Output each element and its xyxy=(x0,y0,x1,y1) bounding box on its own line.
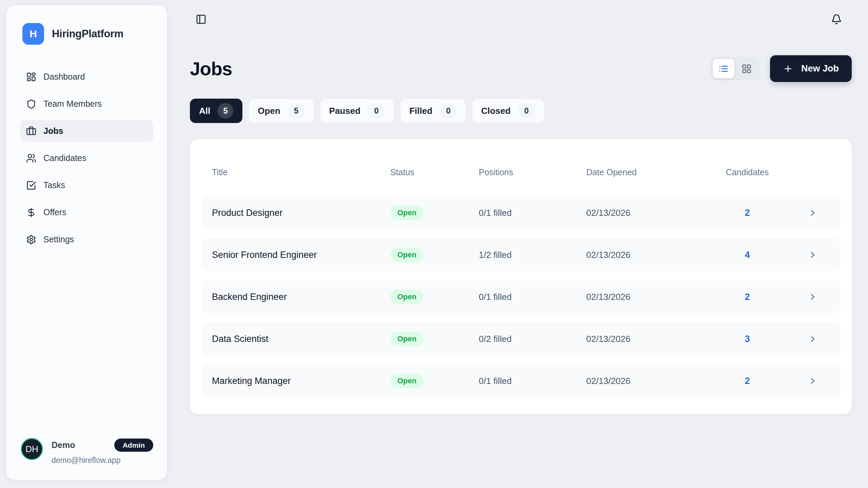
sidebar-item-label: Candidates xyxy=(43,153,86,163)
table-header-row: Title Status Positions Date Opened Candi… xyxy=(212,139,830,177)
sidebar-item-label: Dashboard xyxy=(43,72,85,82)
positions-cell: 0/1 filled xyxy=(479,376,586,386)
filter-tab-closed[interactable]: Closed 0 xyxy=(472,99,544,123)
brand: H HiringPlatform xyxy=(20,23,153,45)
main-area: Jobs New Job All 5 xyxy=(167,0,868,488)
sidebar-item-team-members[interactable]: Team Members xyxy=(20,93,153,115)
dollar-icon xyxy=(26,207,36,218)
chevron-right-icon xyxy=(808,334,817,344)
candidates-count[interactable]: 2 xyxy=(722,292,773,302)
column-header-status: Status xyxy=(390,167,479,177)
date-opened-cell: 02/13/2026 xyxy=(586,208,722,218)
row-open-control[interactable] xyxy=(773,292,830,302)
list-view-button[interactable] xyxy=(713,59,734,78)
candidates-count[interactable]: 4 xyxy=(722,250,773,260)
chevron-right-icon xyxy=(808,292,817,302)
table-body: Product Designer Open 0/1 filled 02/13/2… xyxy=(201,196,841,398)
notifications-button[interactable] xyxy=(830,13,843,26)
sidebar-item-jobs[interactable]: Jobs xyxy=(20,120,153,142)
bell-icon xyxy=(831,14,842,25)
column-header-positions: Positions xyxy=(479,167,586,177)
filter-tab-filled[interactable]: Filled 0 xyxy=(400,99,466,123)
row-open-control[interactable] xyxy=(773,250,830,260)
row-open-control[interactable] xyxy=(773,376,830,386)
candidates-count[interactable]: 2 xyxy=(722,376,773,386)
row-open-control[interactable] xyxy=(773,208,830,218)
sidebar-item-label: Settings xyxy=(43,235,74,244)
page-content: Jobs New Job All 5 xyxy=(167,39,868,414)
date-opened-cell: 02/13/2026 xyxy=(586,292,722,302)
gear-icon xyxy=(26,235,36,245)
table-row[interactable]: Product Designer Open 0/1 filled 02/13/2… xyxy=(201,196,841,229)
table-row[interactable]: Senior Frontend Engineer Open 1/2 filled… xyxy=(201,238,841,271)
chevron-right-icon xyxy=(808,250,817,260)
sidebar-item-settings[interactable]: Settings xyxy=(20,228,153,250)
sidebar: H HiringPlatform Dashboard Team Members … xyxy=(6,5,167,480)
new-job-button[interactable]: New Job xyxy=(770,55,852,82)
app-logo-letter: H xyxy=(29,28,37,40)
sidebar-nav: Dashboard Team Members Jobs Candidates T… xyxy=(20,66,153,250)
job-title: Senior Frontend Engineer xyxy=(212,250,390,260)
sidebar-toggle-button[interactable] xyxy=(194,13,208,26)
page-title: Jobs xyxy=(190,58,232,80)
filter-label: Closed xyxy=(481,106,511,116)
user-info: Demo Admin demo@hireflow.app xyxy=(52,438,153,465)
candidates-count[interactable]: 3 xyxy=(722,334,773,344)
filter-tab-paused[interactable]: Paused 0 xyxy=(320,99,394,123)
date-opened-cell: 02/13/2026 xyxy=(586,376,722,386)
filter-tab-open[interactable]: Open 5 xyxy=(249,99,314,123)
job-title: Product Designer xyxy=(212,208,390,218)
filter-count-badge: 0 xyxy=(368,103,385,119)
briefcase-icon xyxy=(26,126,36,136)
status-filter-tabs: All 5 Open 5 Paused 0 Filled 0 Closed 0 xyxy=(190,99,852,123)
app-logo: H xyxy=(22,23,44,45)
grid-view-button[interactable] xyxy=(736,59,757,78)
sidebar-item-label: Offers xyxy=(43,207,66,217)
table-row[interactable]: Data Scientist Open 0/2 filled 02/13/202… xyxy=(201,322,841,355)
filter-tab-all[interactable]: All 5 xyxy=(190,99,242,123)
chevron-right-icon xyxy=(808,376,817,386)
avatar: DH xyxy=(21,438,43,460)
date-opened-cell: 02/13/2026 xyxy=(586,334,722,344)
sidebar-item-dashboard[interactable]: Dashboard xyxy=(20,66,153,88)
column-header-title: Title xyxy=(212,167,390,177)
job-title: Backend Engineer xyxy=(212,292,390,302)
filter-count-badge: 0 xyxy=(440,103,457,119)
sidebar-item-tasks[interactable]: Tasks xyxy=(20,174,153,196)
users-icon xyxy=(26,153,36,163)
job-title: Data Scientist xyxy=(212,334,390,344)
filter-label: All xyxy=(199,106,210,116)
status-badge: Open xyxy=(390,206,423,220)
status-badge: Open xyxy=(390,248,423,262)
table-row[interactable]: Backend Engineer Open 0/1 filled 02/13/2… xyxy=(201,280,841,313)
filter-label: Paused xyxy=(329,106,361,116)
role-badge: Admin xyxy=(114,439,153,452)
column-header-candidates: Candidates xyxy=(722,167,773,177)
sidebar-item-label: Tasks xyxy=(43,180,65,190)
jobs-table-card: Title Status Positions Date Opened Candi… xyxy=(190,139,852,414)
positions-cell: 0/2 filled xyxy=(479,334,586,344)
row-open-control[interactable] xyxy=(773,334,830,344)
chevron-right-icon xyxy=(808,208,817,218)
panel-left-icon xyxy=(196,14,206,25)
shield-icon xyxy=(26,99,36,109)
page-header: Jobs New Job xyxy=(190,55,852,82)
user-email: demo@hireflow.app xyxy=(52,456,153,465)
sidebar-item-candidates[interactable]: Candidates xyxy=(20,147,153,169)
column-header-date-opened: Date Opened xyxy=(586,167,722,177)
candidates-count[interactable]: 2 xyxy=(722,208,773,218)
sidebar-item-offers[interactable]: Offers xyxy=(20,201,153,223)
job-title: Marketing Manager xyxy=(212,376,390,386)
table-row[interactable]: Marketing Manager Open 0/1 filled 02/13/… xyxy=(201,364,841,398)
plus-icon xyxy=(783,64,793,74)
view-toggle xyxy=(711,57,760,80)
sidebar-item-label: Jobs xyxy=(43,126,63,136)
avatar-initials: DH xyxy=(25,444,38,454)
list-icon xyxy=(718,64,729,74)
check-square-icon xyxy=(26,180,36,190)
user-name: Demo xyxy=(52,440,75,450)
positions-cell: 1/2 filled xyxy=(479,250,586,260)
status-badge: Open xyxy=(390,332,423,346)
filter-label: Filled xyxy=(409,106,432,116)
filter-count-badge: 5 xyxy=(288,103,305,119)
